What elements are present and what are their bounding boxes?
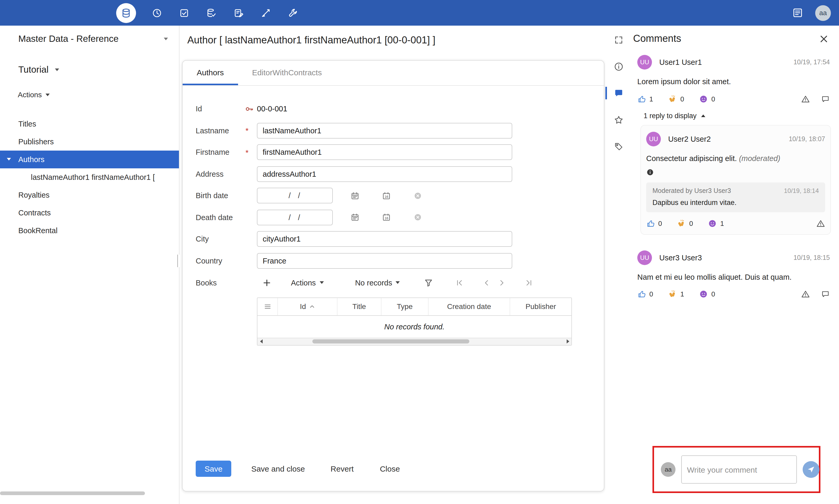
sidebar-item-contracts[interactable]: Contracts: [0, 204, 179, 222]
reply-toggle[interactable]: 1 reply to display: [644, 112, 831, 120]
record-header: Author [ lastNameAuthor1 firstNameAuthor…: [179, 25, 605, 46]
clear-date-icon[interactable]: [414, 192, 422, 199]
city-field[interactable]: [257, 231, 512, 247]
like-reaction-button[interactable]: 0: [646, 219, 662, 228]
svg-text:16: 16: [385, 216, 388, 220]
report-warning-icon[interactable]: [801, 95, 810, 104]
revert-button[interactable]: Revert: [331, 464, 354, 473]
face-reaction-button[interactable]: 0: [699, 290, 715, 299]
tag-icon[interactable]: [605, 140, 630, 153]
history-clock-icon[interactable]: [151, 6, 163, 19]
clap-count: 0: [689, 219, 693, 227]
perspective-dart-icon[interactable]: [260, 6, 272, 19]
star-icon[interactable]: [605, 113, 630, 126]
column-header-type[interactable]: Type: [381, 298, 428, 315]
user-avatar[interactable]: aa: [815, 5, 831, 21]
next-page-icon[interactable]: [498, 278, 506, 287]
books-actions-dropdown[interactable]: Actions: [291, 278, 324, 287]
address-field[interactable]: [257, 166, 512, 182]
column-header-publisher[interactable]: Publisher: [510, 298, 571, 315]
field-row-books: Books Actions No records: [196, 275, 604, 345]
actions-menu-button[interactable]: Actions: [0, 75, 179, 99]
firstname-field[interactable]: [257, 144, 512, 160]
clap-icon: [668, 290, 677, 299]
comment-input[interactable]: [681, 455, 797, 484]
dataset-title: Tutorial: [18, 64, 48, 75]
record-title: Author [ lastNameAuthor1 firstNameAuthor…: [187, 35, 435, 46]
scrollbar-thumb[interactable]: [312, 339, 469, 343]
save-button[interactable]: Save: [196, 461, 231, 477]
column-header-id[interactable]: Id: [277, 298, 337, 315]
calendar-date-icon[interactable]: 16: [382, 213, 391, 222]
previous-page-icon[interactable]: [483, 278, 491, 287]
report-warning-icon[interactable]: [816, 219, 825, 228]
expand-panel-icon[interactable]: [605, 34, 630, 46]
last-page-icon[interactable]: [525, 278, 534, 287]
address-label: Address: [196, 170, 223, 178]
sidebar-item-publishers[interactable]: Publishers: [0, 133, 179, 150]
calendar-date-icon[interactable]: 16: [382, 191, 391, 200]
sidebar-item-author-record[interactable]: lastNameAuthor1 firstNameAuthor1 [: [0, 168, 179, 186]
clear-date-icon[interactable]: [414, 213, 422, 221]
records-count-dropdown[interactable]: No records: [355, 278, 400, 287]
table-menu-icon[interactable]: [258, 298, 277, 315]
send-comment-button[interactable]: [803, 461, 819, 478]
clap-reaction-button[interactable]: 0: [668, 95, 684, 104]
calendar-icon[interactable]: [351, 213, 360, 222]
like-reaction-button[interactable]: 1: [637, 95, 653, 104]
empty-table-message: No records found.: [258, 316, 571, 338]
admin-wrench-icon[interactable]: [287, 6, 299, 19]
calendar-icon[interactable]: [351, 191, 360, 200]
report-warning-icon[interactable]: [801, 290, 810, 299]
required-marker: *: [245, 148, 248, 157]
sidebar-item-bookrental[interactable]: BookRental: [0, 222, 179, 239]
scroll-left-icon[interactable]: [258, 338, 265, 345]
tab-authors[interactable]: Authors: [182, 61, 238, 85]
reply-bubble-icon[interactable]: [821, 95, 830, 104]
comments-panel: Comments UU User1 User1 10/19, 17:54 Lor…: [605, 25, 839, 504]
workspace-selector[interactable]: Master Data - Reference: [0, 25, 179, 44]
database-icon[interactable]: [116, 3, 136, 23]
filter-funnel-icon[interactable]: [424, 278, 434, 287]
reply-bubble-icon[interactable]: [821, 290, 830, 299]
sidebar-horizontal-scrollbar[interactable]: [0, 491, 145, 495]
clap-reaction-button[interactable]: 0: [677, 219, 693, 228]
country-field[interactable]: [257, 253, 512, 268]
annotation-highlight-comment-composer: aa: [652, 446, 820, 493]
books-table-hscrollbar[interactable]: [258, 338, 571, 345]
comments-bubble-icon[interactable]: [605, 87, 630, 99]
sidebar-item-royalties[interactable]: Royalties: [0, 186, 179, 204]
clap-reaction-button[interactable]: 1: [668, 290, 684, 299]
purple-face-icon: [708, 219, 717, 228]
first-page-icon[interactable]: [455, 278, 464, 287]
tasks-check-icon[interactable]: [178, 6, 190, 19]
dataset-selector[interactable]: Tutorial: [0, 44, 179, 75]
like-reaction-button[interactable]: 0: [637, 290, 653, 299]
column-header-title[interactable]: Title: [337, 298, 381, 315]
close-icon[interactable]: [820, 35, 828, 42]
face-reaction-button[interactable]: 1: [708, 219, 724, 228]
tab-editorwithcontracts[interactable]: EditorWithContracts: [238, 61, 336, 85]
report-list-icon[interactable]: [791, 6, 804, 19]
death-date-field[interactable]: [257, 210, 333, 225]
scroll-right-icon[interactable]: [564, 338, 571, 345]
chevron-down-icon: [46, 93, 50, 96]
column-header-creation-date[interactable]: Creation date: [428, 298, 510, 315]
field-row-id: Id 00-0-001: [196, 101, 604, 116]
close-button[interactable]: Close: [380, 464, 400, 473]
comments-title: Comments: [633, 33, 681, 44]
lastname-field[interactable]: [257, 123, 512, 138]
face-reaction-button[interactable]: 0: [699, 95, 715, 104]
info-icon[interactable]: [605, 60, 630, 73]
sort-ascending-icon: [309, 304, 315, 309]
clap-icon: [668, 95, 677, 104]
sidebar-item-authors[interactable]: Authors: [0, 150, 179, 168]
moderation-info-icon[interactable]: [646, 168, 654, 176]
add-record-icon[interactable]: [263, 279, 270, 286]
save-and-close-button[interactable]: Save and close: [251, 464, 305, 473]
field-row-country: Country: [196, 253, 604, 268]
form-edit-icon[interactable]: [232, 6, 245, 19]
sidebar-item-titles[interactable]: Titles: [0, 115, 179, 133]
birth-date-field[interactable]: [257, 188, 333, 203]
data-validation-icon[interactable]: [205, 6, 218, 19]
